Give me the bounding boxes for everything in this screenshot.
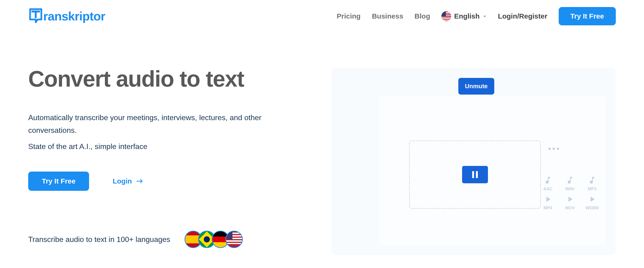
music-note-icon [544, 176, 552, 185]
languages-row: Transcribe audio to text in 100+ languag… [28, 231, 312, 248]
try-free-button-hero[interactable]: Try It Free [28, 171, 89, 191]
flags-group [184, 231, 243, 248]
illustration-frame: AAC WAV MP3 [378, 96, 606, 246]
music-note-icon [566, 176, 574, 185]
hero-title: Convert audio to text [28, 68, 312, 90]
nav-pricing[interactable]: Pricing [336, 12, 360, 20]
play-icon [544, 195, 552, 204]
hero-illustration: Unmute AAC [332, 68, 616, 255]
usa-flag-icon [226, 231, 243, 248]
logo-text: ranskriptor [43, 9, 105, 23]
languages-text: Transcribe audio to text in 100+ languag… [28, 235, 170, 244]
pause-icon [472, 171, 478, 178]
file-type-mov: MOV [560, 195, 579, 211]
file-type-mp4: MP4 [538, 195, 557, 211]
logo-icon [28, 8, 43, 25]
login-link-text: Login [112, 177, 132, 185]
cta-row: Try It Free Login [28, 171, 312, 191]
file-types-grid: AAC WAV MP3 [538, 176, 602, 211]
logo[interactable]: ranskriptor [28, 8, 105, 25]
file-type-webm: WEBM [583, 195, 602, 211]
music-note-icon [588, 176, 596, 185]
file-type-mp3: MP3 [583, 176, 602, 191]
language-label: English [454, 12, 480, 20]
nav-blog[interactable]: Blog [414, 12, 430, 20]
language-selector[interactable]: English [442, 11, 486, 21]
arrow-right-icon [136, 179, 143, 184]
hero-section: Convert audio to text Automatically tran… [0, 32, 644, 255]
unmute-button[interactable]: Unmute [458, 78, 494, 95]
nav: Pricing Business Blog English Login/Regi… [336, 7, 616, 25]
play-icon [588, 195, 596, 204]
nav-business[interactable]: Business [372, 12, 403, 20]
hero-description-2: State of the art A.I., simple interface [28, 140, 312, 153]
chevron-down-icon [482, 14, 487, 18]
us-flag-icon [442, 11, 451, 21]
play-icon [566, 195, 574, 204]
pause-button[interactable] [462, 166, 488, 183]
file-type-aac: AAC [538, 176, 557, 191]
login-link[interactable]: Login [112, 177, 143, 185]
upload-dropzone [409, 140, 541, 209]
browser-dots-icon [548, 148, 559, 150]
hero-content: Convert audio to text Automatically tran… [28, 68, 312, 255]
try-free-button-header[interactable]: Try It Free [559, 7, 616, 25]
login-register-link[interactable]: Login/Register [498, 12, 548, 20]
file-type-wav: WAV [560, 176, 579, 191]
hero-description-1: Automatically transcribe your meetings, … [28, 111, 306, 137]
header: ranskriptor Pricing Business Blog Englis… [0, 0, 644, 32]
